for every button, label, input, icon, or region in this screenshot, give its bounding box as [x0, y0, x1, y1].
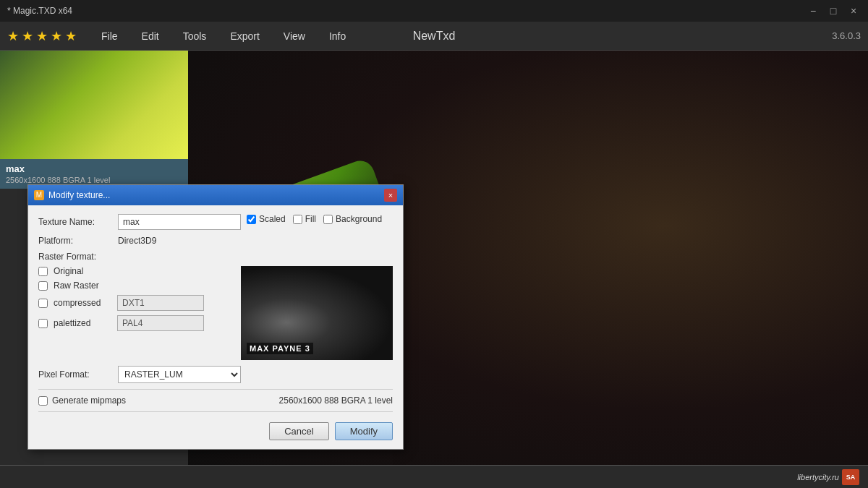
raster-compressed-input[interactable] — [117, 295, 204, 311]
star-1: ★ — [7, 28, 19, 44]
menu-tools[interactable]: Tools — [173, 27, 217, 45]
modal-title-icon: M — [34, 190, 44, 200]
modal-dialog: M Modify texture... × Texture Name: — [27, 184, 404, 450]
raster-options: Original Raw Raster compressed — [38, 266, 393, 360]
menu-info[interactable]: Info — [319, 27, 356, 45]
raster-original-label[interactable]: Original — [54, 266, 111, 276]
mipmap-label[interactable]: Generate mipmaps — [52, 395, 126, 406]
raster-palettized-checkbox[interactable] — [38, 319, 48, 328]
platform-value: Direct3D9 — [118, 236, 156, 246]
raster-compressed-checkbox[interactable] — [38, 299, 48, 308]
main-content: max 2560x1600 888 BGRA 1 level M Modify … — [0, 51, 868, 488]
menu-items: File Edit Tools Export View Info — [91, 27, 832, 45]
title-bar-controls: − □ × — [806, 4, 861, 18]
raster-original-checkbox[interactable] — [38, 267, 48, 276]
star-4: ★ — [51, 28, 62, 44]
menu-export[interactable]: Export — [220, 27, 269, 45]
pixel-format-label: Pixel Format: — [38, 369, 118, 380]
modal-close-button[interactable]: × — [384, 189, 397, 202]
fill-label[interactable]: Fill — [305, 214, 316, 224]
modal-title-left: M Modify texture... — [34, 190, 110, 200]
raster-raw-row: Raw Raster — [38, 281, 234, 291]
scaled-label[interactable]: Scaled — [259, 214, 286, 224]
version-label: 3.6.0.3 — [832, 30, 861, 41]
texture-thumbnail: MAX PAYNE 3 — [241, 266, 393, 360]
raster-compressed-label[interactable]: compressed — [54, 298, 111, 308]
title-bar: * Magic.TXD x64 − □ × — [0, 0, 868, 22]
raster-section: Raster Format: Original Raw Raster — [38, 252, 393, 360]
menu-file[interactable]: File — [91, 27, 128, 45]
stars-logo: ★ ★ ★ ★ ★ — [7, 28, 77, 44]
menu-view[interactable]: View — [273, 27, 315, 45]
modify-button[interactable]: Modify — [335, 422, 393, 440]
raster-palettized-input[interactable] — [117, 315, 204, 331]
modal-title-text: Modify texture... — [48, 190, 110, 200]
mipmap-info: 2560x1600 888 BGRA 1 level — [279, 395, 393, 406]
title-bar-text: * Magic.TXD x64 — [7, 6, 72, 16]
divider — [38, 389, 393, 390]
scaled-checkbox[interactable] — [247, 215, 256, 224]
raster-palettized-row: palettized — [38, 315, 234, 331]
background-label[interactable]: Background — [336, 214, 382, 224]
star-5: ★ — [65, 28, 77, 44]
pixel-format-row: Pixel Format: RASTER_LUM RASTER_1555 RAS… — [38, 366, 393, 383]
raster-palettized-label[interactable]: palettized — [54, 318, 111, 328]
background-checkbox[interactable] — [323, 215, 333, 224]
platform-label: Platform: — [38, 236, 118, 246]
raster-format-label: Raster Format: — [38, 252, 393, 262]
close-button[interactable]: × — [846, 4, 861, 18]
raster-original-row: Original — [38, 266, 234, 276]
texture-name-label: Texture Name: — [38, 217, 118, 227]
background-checkbox-group: Background — [323, 214, 382, 224]
raster-compressed-row: compressed — [38, 295, 234, 311]
thumbnail-inner: MAX PAYNE 3 — [241, 266, 393, 360]
raster-raw-checkbox[interactable] — [38, 281, 48, 291]
fill-checkbox-group: Fill — [293, 214, 316, 224]
maximize-button[interactable]: □ — [826, 4, 841, 18]
scaled-checkbox-group: Scaled — [247, 214, 286, 224]
mipmaps-row: Generate mipmaps 2560x1600 888 BGRA 1 le… — [38, 395, 393, 406]
star-3: ★ — [36, 28, 48, 44]
modal-body: Texture Name: Scaled Fill — [28, 205, 403, 449]
thumbnail-watermark: MAX PAYNE 3 — [247, 343, 313, 354]
mipmap-checkbox[interactable] — [38, 396, 48, 406]
minimize-button[interactable]: − — [806, 4, 820, 18]
texture-name-input[interactable] — [118, 214, 241, 230]
modal-overlay: M Modify texture... × Texture Name: — [0, 51, 868, 488]
raster-raw-label[interactable]: Raw Raster — [54, 281, 111, 291]
raster-left: Original Raw Raster compressed — [38, 266, 234, 360]
platform-row: Platform: Direct3D9 — [38, 236, 393, 246]
fill-checkbox[interactable] — [293, 215, 302, 224]
app-title: NewTxd — [413, 30, 456, 43]
modal-title-bar: M Modify texture... × — [28, 185, 403, 205]
menu-edit[interactable]: Edit — [132, 27, 169, 45]
star-2: ★ — [22, 28, 33, 44]
cancel-button[interactable]: Cancel — [269, 422, 328, 440]
buttons-row: Cancel Modify — [38, 418, 393, 440]
menu-bar: ★ ★ ★ ★ ★ File Edit Tools Export View In… — [0, 22, 868, 51]
checkboxes-row: Scaled Fill Background — [247, 214, 393, 224]
pixel-format-select[interactable]: RASTER_LUM RASTER_1555 RASTER_565 RASTER… — [118, 366, 241, 383]
divider-2 — [38, 411, 393, 412]
